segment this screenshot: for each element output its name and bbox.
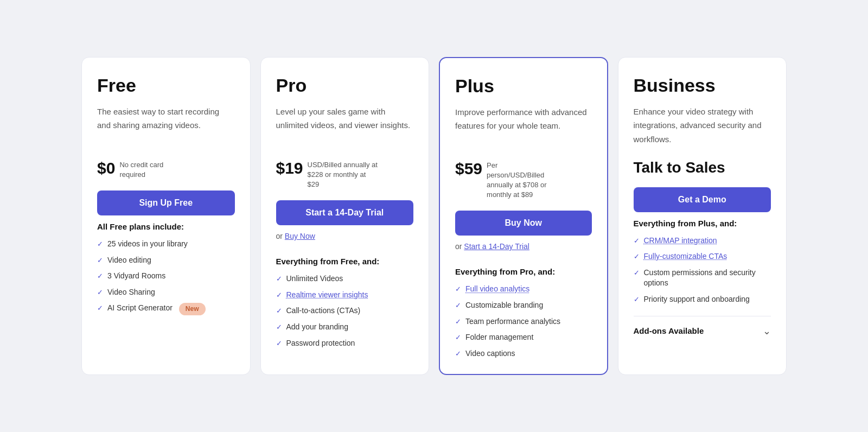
feature-text-business-1: Fully-customizable CTAs <box>644 251 727 262</box>
plan-price-note-pro: USD/Billed annually at $228 or monthly a… <box>308 159 378 190</box>
plan-title-pro: Pro <box>276 75 414 96</box>
plan-price-row-free: $0No credit card required <box>97 159 235 180</box>
plan-title-business: Business <box>634 75 771 96</box>
check-icon-plus-3: ✓ <box>455 333 461 342</box>
plan-price-amount-free: $0 <box>97 159 115 177</box>
feature-item-business-1: ✓Fully-customizable CTAs <box>634 251 771 262</box>
plan-desc-pro: Level up your sales game with unlimited … <box>276 105 414 148</box>
features-header-pro: Everything from Free, and: <box>276 257 414 266</box>
feature-text-plus-3: Folder management <box>465 332 533 343</box>
check-icon-pro-3: ✓ <box>276 322 282 332</box>
feature-text-pro-0: Unlimited Videos <box>286 274 343 284</box>
feature-list-plus: ✓Full video analytics✓Customizable brand… <box>455 284 592 359</box>
addons-row-business[interactable]: Add-ons Available⌄ <box>634 316 771 337</box>
feature-text-business-2: Custom permissions and security options <box>644 268 771 289</box>
feature-text-plus-1: Customizable branding <box>465 300 543 311</box>
feature-text-plus-0: Full video analytics <box>465 284 529 295</box>
feature-item-plus-3: ✓Folder management <box>455 332 592 343</box>
feature-item-business-3: ✓Priority support and onboarding <box>634 294 771 305</box>
feature-list-free: ✓25 videos in your library✓Video editing… <box>97 239 235 315</box>
plan-price-note-plus: Per person/USD/Billed annually at $708 o… <box>487 160 557 200</box>
plan-price-row-plus: $59Per person/USD/Billed annually at $70… <box>455 160 592 200</box>
plan-card-business: BusinessEnhance your video strategy with… <box>618 57 787 376</box>
check-icon-free-0: ✓ <box>97 239 103 249</box>
feature-text-pro-2: Call-to-actions (CTAs) <box>286 306 361 316</box>
check-icon-pro-1: ✓ <box>276 290 282 300</box>
new-badge-free-4: New <box>179 303 206 315</box>
check-icon-plus-0: ✓ <box>455 284 461 294</box>
plan-price-note-free: No credit card required <box>119 159 190 180</box>
check-icon-free-4: ✓ <box>97 303 103 313</box>
feature-item-pro-0: ✓Unlimited Videos <box>276 274 414 284</box>
feature-item-free-2: ✓3 Vidyard Rooms <box>97 271 235 282</box>
plan-desc-business: Enhance your video strategy with integra… <box>634 105 771 148</box>
feature-text-business-0: CRM/MAP integration <box>644 236 717 246</box>
feature-text-plus-4: Video captions <box>465 348 515 359</box>
check-icon-free-1: ✓ <box>97 256 103 265</box>
or-text-plus: or Start a 14-Day Trial <box>455 242 592 263</box>
btn-primary-free[interactable]: Sign Up Free <box>97 190 235 215</box>
btn-primary-plus[interactable]: Buy Now <box>455 211 592 236</box>
feature-item-pro-2: ✓Call-to-actions (CTAs) <box>276 306 414 316</box>
pricing-grid: FreeThe easiest way to start recording a… <box>81 57 787 376</box>
btn-primary-business[interactable]: Get a Demo <box>634 187 771 212</box>
check-icon-pro-0: ✓ <box>276 274 282 284</box>
feature-item-pro-1: ✓Realtime viewer insights <box>276 290 414 301</box>
plan-title-plus: Plus <box>455 75 592 97</box>
check-icon-business-0: ✓ <box>634 236 640 246</box>
plan-card-plus: PlusImprove performance with advanced fe… <box>439 57 608 376</box>
feature-text-free-0: 25 videos in your library <box>107 239 188 250</box>
feature-item-plus-4: ✓Video captions <box>455 348 592 359</box>
check-icon-business-1: ✓ <box>634 252 640 262</box>
plan-price-amount-plus: $59 <box>455 160 482 177</box>
feature-text-free-4: AI Script Generator <box>107 303 173 314</box>
feature-text-business-3: Priority support and onboarding <box>644 294 750 305</box>
check-icon-plus-2: ✓ <box>455 317 461 327</box>
features-header-plus: Everything from Pro, and: <box>455 267 592 276</box>
feature-item-business-2: ✓Custom permissions and security options <box>634 268 771 289</box>
feature-item-plus-1: ✓Customizable branding <box>455 300 592 311</box>
plan-price-row-pro: $19USD/Billed annually at $228 or monthl… <box>276 159 414 190</box>
btn-secondary-plus[interactable]: Start a 14-Day Trial <box>464 242 529 251</box>
feature-item-pro-4: ✓Password protection <box>276 338 414 349</box>
plan-title-free: Free <box>97 75 235 96</box>
or-text-pro: or Buy Now <box>276 232 414 252</box>
plan-desc-free: The easiest way to start recording and s… <box>97 105 235 148</box>
plan-card-pro: ProLevel up your sales game with unlimit… <box>260 57 430 376</box>
btn-secondary-pro[interactable]: Buy Now <box>285 232 315 240</box>
feature-text-free-3: Video Sharing <box>107 287 155 298</box>
plan-price-talk-business: Talk to Sales <box>634 159 771 176</box>
plan-card-free: FreeThe easiest way to start recording a… <box>81 57 251 376</box>
feature-list-business: ✓CRM/MAP integration✓Fully-customizable … <box>634 236 771 305</box>
features-header-free: All Free plans include: <box>97 222 235 231</box>
check-icon-business-2: ✓ <box>634 268 640 278</box>
check-icon-pro-4: ✓ <box>276 339 282 348</box>
feature-item-free-4: ✓AI Script GeneratorNew <box>97 303 235 315</box>
plan-desc-plus: Improve performance with advanced featur… <box>455 105 592 149</box>
feature-text-free-1: Video editing <box>107 255 151 266</box>
feature-text-pro-4: Password protection <box>286 338 355 349</box>
feature-item-free-0: ✓25 videos in your library <box>97 239 235 250</box>
feature-item-plus-0: ✓Full video analytics <box>455 284 592 295</box>
addons-label-business: Add-ons Available <box>634 326 704 335</box>
check-icon-free-2: ✓ <box>97 271 103 281</box>
feature-text-pro-3: Add your branding <box>286 322 348 333</box>
chevron-down-icon-business: ⌄ <box>763 325 771 337</box>
check-icon-pro-2: ✓ <box>276 306 282 316</box>
btn-primary-pro[interactable]: Start a 14-Day Trial <box>276 200 414 225</box>
check-icon-plus-1: ✓ <box>455 301 461 310</box>
feature-item-plus-2: ✓Team performance analytics <box>455 316 592 327</box>
feature-text-plus-2: Team performance analytics <box>465 316 560 327</box>
features-header-business: Everything from Plus, and: <box>634 219 771 228</box>
check-icon-business-3: ✓ <box>634 295 640 304</box>
feature-list-pro: ✓Unlimited Videos✓Realtime viewer insigh… <box>276 274 414 348</box>
feature-text-pro-1: Realtime viewer insights <box>286 290 368 301</box>
check-icon-plus-4: ✓ <box>455 349 461 359</box>
plan-price-amount-pro: $19 <box>276 159 303 177</box>
feature-text-free-2: 3 Vidyard Rooms <box>107 271 165 282</box>
feature-item-business-0: ✓CRM/MAP integration <box>634 236 771 246</box>
feature-item-free-3: ✓Video Sharing <box>97 287 235 298</box>
check-icon-free-3: ✓ <box>97 288 103 297</box>
feature-item-pro-3: ✓Add your branding <box>276 322 414 333</box>
feature-item-free-1: ✓Video editing <box>97 255 235 266</box>
